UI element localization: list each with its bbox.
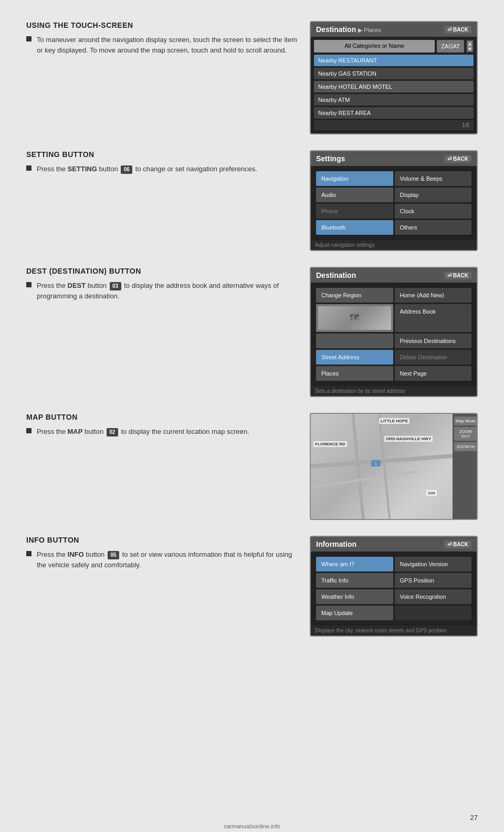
screen-information: Information ⏎ BACK Where am I? Navigatio…: [310, 536, 478, 637]
dest2-delete-destination[interactable]: Delete Destination: [395, 350, 472, 365]
map-label-zoom: 1mi: [426, 490, 437, 496]
screen-header-destination: Destination ⏎ BACK: [311, 268, 477, 283]
dest2-change-region[interactable]: Change Region: [316, 288, 393, 303]
screen-body-settings: Navigation Volume & Beeps Audio Display …: [311, 166, 477, 240]
screen-settings: Settings ⏎ BACK Navigation Volume & Beep…: [310, 150, 478, 251]
map-label-florence: FLORENCE RD: [313, 441, 347, 447]
map-display: 1 LITTLE HOPE FLORENCE RD ORD·NASHVILLE …: [311, 414, 478, 519]
dest2-map-image: 🗺: [316, 304, 393, 332]
destination-grid: Change Region Home (Add New) 🗺 Address B…: [314, 286, 474, 383]
bullet-icon-map: [26, 428, 32, 433]
screen-map: 1 LITTLE HOPE FLORENCE RD ORD·NASHVILLE …: [310, 413, 478, 520]
watermark: carmanuaIsonline.info: [0, 823, 504, 829]
dest2-street-address[interactable]: Street Address: [316, 350, 393, 365]
section-setting-button: SETTING BUTTON Press the SETTING button …: [26, 150, 478, 251]
section-dest-text: DEST (DESTINATION) BUTTON Press the DEST…: [26, 267, 310, 301]
dest-item-restaurant[interactable]: Nearby RESTAURANT: [314, 55, 474, 66]
settings-phone[interactable]: Phone: [316, 204, 393, 219]
settings-bluetooth[interactable]: Bluetooth: [316, 220, 393, 235]
dest2-places[interactable]: Places: [316, 366, 393, 381]
settings-navigation[interactable]: Navigation: [316, 171, 393, 186]
bullet-setting: Press the SETTING button 06 to change or…: [26, 164, 299, 174]
section-dest-button: DEST (DESTINATION) BUTTON Press the DEST…: [26, 267, 478, 397]
map-mode-button[interactable]: Map Mode: [454, 417, 477, 425]
dest2-previous-destinations[interactable]: Previous Destinations: [395, 334, 472, 348]
screen-body-information: Where am I? Navigation Version Traffic I…: [311, 552, 477, 626]
bullet-dest-text: Press the DEST button 03 to display the …: [37, 280, 299, 301]
settings-others[interactable]: Others: [395, 220, 472, 235]
svg-line-2: [311, 472, 416, 487]
svg-line-3: [379, 414, 390, 519]
bullet-icon-info: [26, 551, 32, 556]
information-grid: Where am I? Navigation Version Traffic I…: [314, 555, 474, 622]
back-button-information[interactable]: ⏎ BACK: [444, 540, 471, 548]
dest-zagat[interactable]: ZAGAT: [437, 40, 464, 53]
info-gps-position[interactable]: GPS Position: [395, 573, 472, 588]
bullet-map-text: Press the MAP button 02 to display the c…: [37, 427, 299, 437]
dest-item-rest-area[interactable]: Nearby REST AREA: [314, 107, 474, 119]
info-where-am-i[interactable]: Where am I?: [316, 557, 393, 571]
heading-info: INFO BUTTON: [26, 536, 299, 544]
screen-body-destination-places: All Categories or Name ZAGAT ▲ ▼ Nearby …: [311, 37, 477, 133]
bullet-touch-screen: To maneuver around the navigation displa…: [26, 35, 299, 55]
bullet-map: Press the MAP button 02 to display the c…: [26, 427, 299, 437]
section-touch-screen: USING THE TOUCH-SCREEN To maneuver aroun…: [26, 21, 478, 134]
map-zoom-out-button[interactable]: ZOOM OUT: [454, 427, 477, 441]
map-roads-svg: 1: [311, 414, 453, 519]
info-traffic-info[interactable]: Traffic Info: [316, 573, 393, 588]
section-info-button: INFO BUTTON Press the INFO button 05 to …: [26, 536, 478, 637]
section-info-text: INFO BUTTON Press the INFO button 05 to …: [26, 536, 310, 570]
info-map-update[interactable]: Map Update: [316, 606, 393, 620]
map-label-nashville-hwy: ORD·NASHVILLE HWY: [384, 436, 433, 442]
info-voice-recognition[interactable]: Voice Recognition: [395, 589, 472, 604]
screen-header-information: Information ⏎ BACK: [311, 537, 477, 552]
dest-all-categories[interactable]: All Categories or Name: [314, 40, 435, 53]
dest2-next-page[interactable]: Next Page: [395, 366, 472, 381]
back-button-destination-places[interactable]: ⏎ BACK: [444, 26, 471, 34]
heading-setting: SETTING BUTTON: [26, 150, 299, 159]
settings-footer: Adjust navigation settings: [311, 240, 477, 250]
page-number: 27: [470, 814, 478, 821]
map-zoom-in-button[interactable]: ZOOM IN: [454, 442, 477, 451]
heading-touch-screen: USING THE TOUCH-SCREEN: [26, 21, 299, 29]
screen-header-settings: Settings ⏎ BACK: [311, 151, 477, 166]
info-empty: [395, 606, 472, 620]
back-button-settings[interactable]: ⏎ BACK: [444, 155, 471, 163]
bullet-info-text: Press the INFO button 05 to set or view …: [37, 549, 299, 570]
dest-page-indicator: 1/6: [314, 120, 474, 130]
dest2-home[interactable]: Home (Add New): [395, 288, 472, 303]
mockup-information: Information ⏎ BACK Where am I? Navigatio…: [310, 536, 478, 637]
svg-text:1: 1: [375, 462, 377, 466]
page: USING THE TOUCH-SCREEN To maneuver aroun…: [0, 0, 504, 832]
settings-volume-beeps[interactable]: Volume & Beeps: [395, 171, 472, 186]
dest-item-hotel[interactable]: Nearby HOTEL AND MOTEL: [314, 81, 474, 92]
map-label-little-hope: LITTLE HOPE: [379, 418, 410, 424]
bullet-touch-screen-text: To maneuver around the navigation displa…: [37, 35, 299, 55]
svg-line-0: [311, 456, 453, 466]
mockup-map: 1 LITTLE HOPE FLORENCE RD ORD·NASHVILLE …: [310, 413, 478, 520]
bullet-icon-dest: [26, 282, 32, 287]
map-sidebar: Map Mode ZOOM OUT ZOOM IN: [453, 414, 478, 519]
dest2-address-book[interactable]: Address Book: [395, 304, 472, 332]
settings-grid: Navigation Volume & Beeps Audio Display …: [314, 169, 474, 237]
bullet-dest: Press the DEST button 03 to display the …: [26, 280, 299, 301]
dest-item-atm[interactable]: Nearby ATM: [314, 94, 474, 106]
info-weather-info[interactable]: Weather Info: [316, 589, 393, 604]
heading-dest: DEST (DESTINATION) BUTTON: [26, 267, 299, 275]
section-map-text: MAP BUTTON Press the MAP button 02 to di…: [26, 413, 310, 437]
bullet-icon-setting: [26, 165, 32, 171]
settings-audio[interactable]: Audio: [316, 188, 393, 202]
destination-footer: Sets a destination by its street address: [311, 386, 477, 396]
settings-clock[interactable]: Clock: [395, 204, 472, 219]
screen-body-destination: Change Region Home (Add New) 🗺 Address B…: [311, 283, 477, 386]
back-button-destination[interactable]: ⏎ BACK: [444, 272, 471, 279]
settings-display[interactable]: Display: [395, 188, 472, 202]
screen-title-destination-places: Destination ▶ Places: [316, 25, 381, 34]
info-nav-version[interactable]: Navigation Version: [395, 557, 472, 571]
dest-item-gas[interactable]: Nearby GAS STATION: [314, 68, 474, 79]
svg-line-1: [353, 414, 363, 519]
dest-top-row: All Categories or Name ZAGAT ▲ ▼: [314, 40, 474, 53]
information-footer: Displays the city, nearest cross streets…: [311, 626, 477, 636]
dest2-empty: [316, 334, 393, 348]
section-map-button: MAP BUTTON Press the MAP button 02 to di…: [26, 413, 478, 520]
